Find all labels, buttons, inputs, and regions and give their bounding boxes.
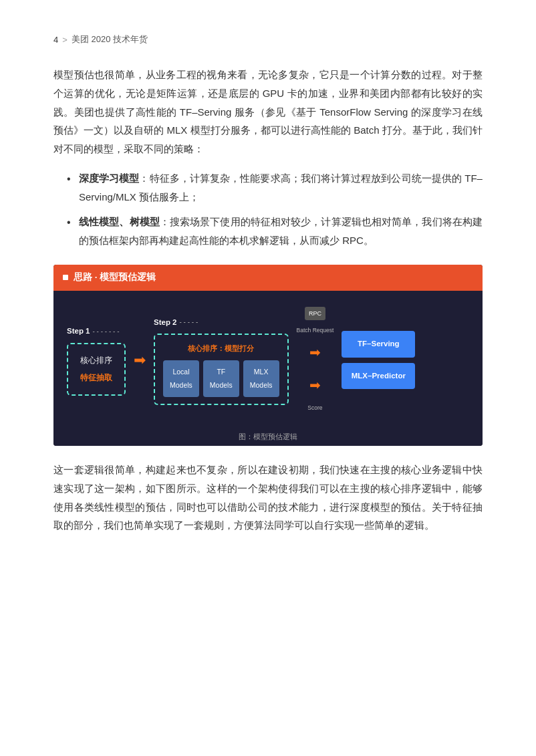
- step2-inner-title: 核心排序：模型打分: [188, 342, 254, 355]
- breadcrumb-separator: >: [62, 35, 68, 45]
- rpc-arrows: ➡ ➡: [309, 340, 321, 398]
- rpc-area: RPC Batch Request ➡ ➡ Score: [297, 307, 334, 414]
- step1-label: Step 1 - - - - - - -: [67, 324, 126, 338]
- diagram-container: 思路 · 模型预估逻辑 Step 1 - - - - - - - 核心排序 特征…: [53, 265, 483, 446]
- bullet-1-colon: ：: [139, 172, 149, 184]
- arrow-to-tf: ➡: [309, 340, 321, 365]
- diagram-header-title: 思路 · 模型预估逻辑: [74, 269, 156, 286]
- model-local: LocalModels: [163, 360, 199, 397]
- step2-wrapper: Step 2 - - - - - 核心排序：模型打分 LocalModels: [154, 316, 289, 405]
- model-mlx-text: MLXModels: [250, 366, 273, 392]
- diagram-body: Step 1 - - - - - - - 核心排序 特征抽取 ➡ Step 2 …: [53, 291, 483, 424]
- bullet-1-label: 深度学习模型: [79, 172, 139, 184]
- step2-inner-highlight: 模型打分: [225, 344, 254, 352]
- step1-dashes: - - - - - - -: [93, 326, 120, 338]
- bullet-2-label: 线性模型、树模型: [79, 216, 160, 227]
- bullet-2-colon: ：: [160, 216, 170, 227]
- bullet-item-2: 线性模型、树模型：搜索场景下使用的特征相对较少，计算逻辑也相对简单，我们将在构建…: [67, 213, 483, 250]
- step2-label: Step 2 - - - - -: [154, 316, 289, 330]
- paragraph-1: 模型预估也很简单，从业务工程的视角来看，无论多复杂，它只是一个计算分数的过程。对…: [53, 66, 483, 158]
- arrow-step1-to-step2: ➡: [134, 353, 146, 368]
- paragraph-2-text: 这一套逻辑很简单，构建起来也不复杂，所以在建设初期，我们快速在主搜的核心业务逻辑…: [53, 464, 483, 531]
- diagram-header: 思路 · 模型预估逻辑: [53, 265, 483, 291]
- diagram-header-dot: [63, 275, 68, 280]
- right-boxes: TF–Serving MLX–Predictor: [342, 331, 415, 389]
- rpc-label: RPC: [305, 307, 325, 321]
- step1-wrapper: Step 1 - - - - - - - 核心排序 特征抽取: [67, 324, 126, 396]
- step2-dashes: - - - - -: [180, 316, 198, 329]
- batch-request-label: Batch Request: [297, 326, 334, 336]
- step2-inner-text: 核心排序：: [188, 344, 225, 352]
- step1-box: 核心排序 特征抽取: [67, 343, 126, 396]
- score-label: Score: [307, 403, 322, 414]
- paragraph-2: 这一套逻辑很简单，构建起来也不复杂，所以在建设初期，我们快速在主搜的核心业务逻辑…: [53, 461, 483, 535]
- mlx-predictor-box: MLX–Predictor: [342, 363, 415, 389]
- tf-serving-box: TF–Serving: [342, 331, 415, 357]
- bullet-item-1: 深度学习模型：特征多，计算复杂，性能要求高；我们将计算过程放到公司统一提供的 T…: [67, 169, 483, 207]
- step2-label-text: Step 2: [154, 316, 177, 330]
- chapter-title: 美团 2020 技术年货: [72, 33, 148, 45]
- model-local-text: LocalModels: [170, 366, 192, 392]
- step1-subtitle: 特征抽取: [80, 370, 112, 385]
- model-tf: TFModels: [203, 360, 239, 397]
- model-tf-text: TFModels: [210, 366, 233, 392]
- model-mlx: MLXModels: [243, 360, 279, 397]
- step2-models: LocalModels TFModels MLXModels: [163, 360, 279, 397]
- diagram-caption: 图：模型预估逻辑: [53, 424, 483, 446]
- page-number: 4: [53, 35, 58, 45]
- page: 4 > 美团 2020 技术年货 模型预估也很简单，从业务工程的视角来看，无论多…: [0, 0, 536, 756]
- main-content: 模型预估也很简单，从业务工程的视角来看，无论多复杂，它只是一个计算分数的过程。对…: [53, 66, 483, 535]
- bullet-list: 深度学习模型：特征多，计算复杂，性能要求高；我们将计算过程放到公司统一提供的 T…: [67, 169, 483, 250]
- step1-title: 核心排序: [80, 354, 112, 368]
- breadcrumb: 4 > 美团 2020 技术年货: [53, 33, 483, 45]
- paragraph-1-text: 模型预估也很简单，从业务工程的视角来看，无论多复杂，它只是一个计算分数的过程。对…: [53, 69, 483, 154]
- step2-box: 核心排序：模型打分 LocalModels TFModels MLXModels: [154, 334, 289, 405]
- arrow-to-mlx: ➡: [309, 373, 321, 398]
- step1-label-text: Step 1: [67, 324, 90, 338]
